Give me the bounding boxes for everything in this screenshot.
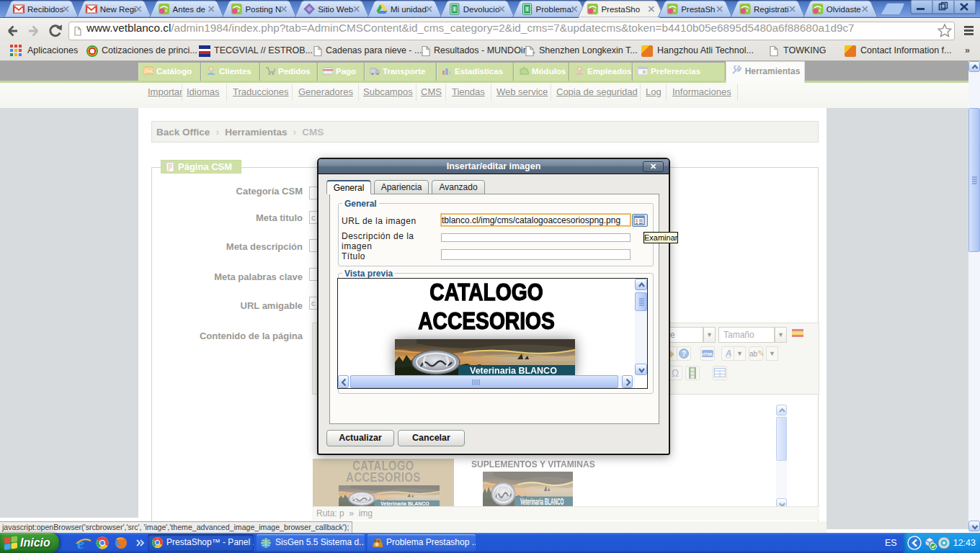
svg-text:Registrati: Registrati xyxy=(754,5,789,14)
svg-text:Olvidaste: Olvidaste xyxy=(827,5,861,14)
svg-text:New Regi: New Regi xyxy=(100,5,136,14)
svg-text:PrestaSh: PrestaSh xyxy=(681,5,715,14)
svg-text:PrestaSho: PrestaSho xyxy=(601,5,640,14)
svg-text:Sitio Web: Sitio Web xyxy=(318,5,353,14)
svg-text:Recibidos: Recibidos xyxy=(27,5,64,14)
svg-text:Mi unidad: Mi unidad xyxy=(391,5,427,14)
svg-text:e: e xyxy=(77,534,84,552)
svg-text:Devolucio: Devolucio xyxy=(463,5,500,14)
svg-text:Posting N: Posting N xyxy=(245,5,281,14)
svg-text:Antes de: Antes de xyxy=(173,5,205,14)
svg-text:Problema:: Problema: xyxy=(536,5,574,14)
